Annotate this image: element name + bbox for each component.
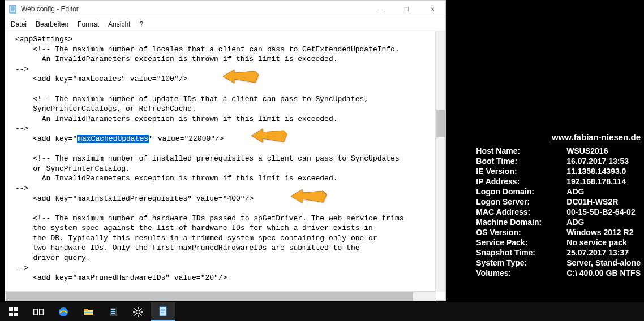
window-controls: — ☐ ✕	[367, 1, 445, 18]
start-button[interactable]	[1, 302, 26, 321]
horizontal-scrollbar[interactable]	[5, 291, 436, 301]
menu-bearbeiten[interactable]: Bearbeiten	[36, 20, 68, 28]
overlay-label: MAC Address:	[476, 207, 566, 217]
menu-format[interactable]: Format	[78, 20, 99, 28]
editor-body: <appSettings> <!-- The maximim number of…	[5, 31, 445, 301]
overlay-label: Boot Time:	[476, 156, 566, 166]
close-button[interactable]: ✕	[419, 1, 445, 18]
overlay-value: Server, Stand-alone	[566, 258, 641, 268]
server-manager-icon[interactable]	[101, 302, 126, 321]
overlay-value: ADG	[566, 217, 641, 227]
overlay-value: 00-15-5D-B2-64-02	[566, 207, 641, 217]
overlay-label: Logon Domain:	[476, 186, 566, 197]
window-title: Web.config - Editor	[21, 5, 367, 13]
selected-text[interactable]: maxCachedUpdates	[77, 135, 149, 143]
svg-rect-17	[84, 312, 93, 313]
ie-icon[interactable]	[51, 302, 76, 321]
maximize-button[interactable]: ☐	[393, 1, 419, 18]
editor-content[interactable]: <appSettings> <!-- The maximim number of…	[5, 31, 436, 292]
notepad-icon	[8, 5, 18, 14]
overlay-value: WSUS2016	[566, 146, 641, 156]
desktop-info-overlay: www.fabian-niesen.de Host Name:WSUS2016B…	[476, 132, 641, 278]
minimize-button[interactable]: —	[367, 1, 393, 18]
settings-gear-icon[interactable]	[126, 302, 151, 321]
overlay-url: www.fabian-niesen.de	[476, 132, 641, 142]
taskview-icon[interactable]	[26, 302, 51, 321]
overlay-label: Machine Domain:	[476, 217, 566, 227]
overlay-value: 192.168.178.114	[566, 176, 641, 186]
overlay-value: C:\ 400.00 GB NTFS	[566, 268, 641, 278]
menu-ansicht[interactable]: Ansicht	[108, 20, 130, 28]
svg-rect-11	[14, 313, 18, 316]
overlay-label: Service Pack:	[476, 237, 566, 248]
overlay-table: Host Name:WSUS2016Boot Time:16.07.2017 1…	[476, 146, 641, 278]
svg-rect-16	[84, 309, 88, 311]
overlay-label: IP Address:	[476, 176, 566, 186]
vertical-scrollbar[interactable]	[435, 31, 445, 292]
overlay-value: 11.1358.14393.0	[566, 166, 641, 176]
overlay-label: Volumes:	[476, 268, 566, 278]
svg-rect-31	[160, 307, 166, 316]
overlay-label: Logon Server:	[476, 197, 566, 207]
overlay-label: OS Version:	[476, 227, 566, 237]
titlebar[interactable]: Web.config - Editor — ☐ ✕	[5, 1, 445, 18]
svg-line-29	[135, 314, 136, 315]
menu-datei[interactable]: Datei	[11, 20, 27, 28]
notepad-window: Web.config - Editor — ☐ ✕ Datei Bearbeit…	[5, 0, 446, 301]
overlay-label: System Type:	[476, 258, 566, 268]
svg-point-22	[136, 310, 140, 314]
explorer-icon[interactable]	[76, 302, 101, 321]
overlay-label: Snapshot Time:	[476, 248, 566, 258]
svg-rect-8	[9, 307, 13, 311]
svg-rect-12	[34, 309, 38, 315]
overlay-value: ADG	[566, 186, 641, 197]
svg-rect-19	[111, 309, 115, 310]
overlay-value: DC01H-WS2R	[566, 197, 641, 207]
svg-rect-21	[111, 313, 115, 314]
svg-line-28	[140, 314, 141, 315]
svg-rect-10	[9, 313, 13, 316]
overlay-label: IE Version:	[476, 166, 566, 176]
taskbar-notepad-icon[interactable]	[151, 302, 175, 321]
overlay-value: No service pack	[566, 237, 641, 248]
svg-rect-20	[111, 311, 115, 312]
menubar: Datei Bearbeiten Format Ansicht ?	[5, 18, 445, 31]
menu-help[interactable]: ?	[139, 20, 143, 28]
overlay-label: Host Name:	[476, 146, 566, 156]
taskbar[interactable]	[0, 302, 644, 321]
horizontal-scrollbar-thumb[interactable]	[6, 292, 413, 301]
svg-rect-9	[14, 307, 18, 311]
overlay-value: 25.07.2017 13:37	[566, 248, 641, 258]
overlay-value: 16.07.2017 13:53	[566, 156, 641, 166]
svg-line-27	[135, 308, 136, 309]
svg-rect-13	[40, 309, 44, 315]
vertical-scrollbar-thumb[interactable]	[436, 110, 445, 137]
overlay-value: Windows 2012 R2	[566, 227, 641, 237]
svg-line-30	[140, 308, 141, 309]
